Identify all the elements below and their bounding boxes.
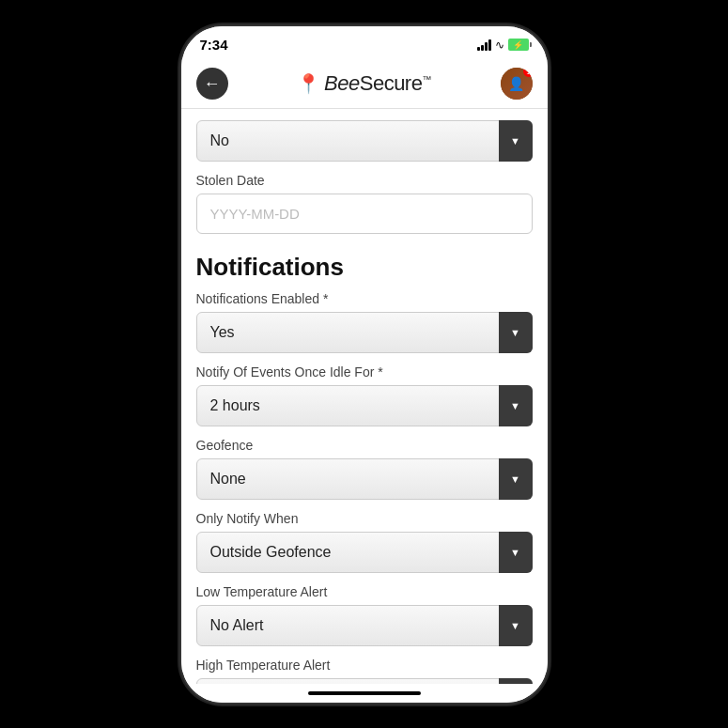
notify-idle-wrapper: 2 hours — [196, 385, 533, 426]
home-bar — [308, 691, 421, 695]
geofence-wrapper: None — [196, 458, 533, 500]
geofence-select[interactable]: None — [196, 458, 533, 500]
only-notify-wrapper: Outside Geofence — [196, 532, 533, 573]
stolen-date-input[interactable] — [196, 194, 533, 234]
app-logo: 📍 BeeSecure™ — [297, 71, 431, 96]
high-temp-select[interactable]: No Alert — [196, 678, 533, 684]
status-icons: ∿ ⚡ — [477, 39, 529, 52]
notify-idle-select[interactable]: 2 hours — [196, 385, 533, 426]
only-notify-label: Only Notify When — [196, 511, 533, 526]
notify-idle-label: Notify Of Events Once Idle For * — [196, 364, 533, 379]
stolen-field-group: No — [196, 120, 533, 162]
back-button[interactable]: ← — [196, 68, 228, 100]
signal-icon — [477, 39, 491, 51]
high-temp-label: High Temperature Alert — [196, 658, 533, 673]
notifications-enabled-wrapper: Yes — [196, 312, 533, 353]
nav-bar: ← 📍 BeeSecure™ 👤 1 — [181, 60, 548, 109]
battery-icon: ⚡ — [508, 39, 529, 51]
profile-avatar[interactable]: 👤 1 — [501, 68, 533, 100]
status-bar: 7:34 ∿ ⚡ — [181, 26, 548, 60]
high-temp-wrapper: No Alert — [196, 678, 533, 684]
home-indicator — [181, 684, 548, 703]
low-temp-select[interactable]: No Alert — [196, 605, 533, 646]
phone-screen: 7:34 ∿ ⚡ ← 📍 B — [181, 26, 548, 703]
notifications-title: Notifications — [196, 253, 533, 282]
low-temp-wrapper: No Alert — [196, 605, 533, 646]
stolen-select-wrapper: No — [196, 120, 533, 162]
status-time: 7:34 — [200, 37, 228, 53]
logo-text: BeeSecure™ — [324, 71, 431, 96]
stolen-date-group: Stolen Date — [196, 173, 533, 245]
low-temp-label: Low Temperature Alert — [196, 584, 533, 599]
logo-pin-icon: 📍 — [297, 72, 320, 95]
notifications-enabled-select[interactable]: Yes — [196, 312, 533, 353]
only-notify-select[interactable]: Outside Geofence — [196, 532, 533, 573]
notifications-enabled-label: Notifications Enabled * — [196, 291, 533, 306]
back-arrow-icon: ← — [204, 75, 221, 92]
geofence-label: Geofence — [196, 438, 533, 453]
content-area: No Stolen Date Notifications Notificatio… — [181, 109, 548, 684]
wifi-icon: ∿ — [495, 39, 504, 52]
notifications-section: Notifications Notifications Enabled * Ye… — [196, 253, 533, 684]
phone-frame: 7:34 ∿ ⚡ ← 📍 B — [181, 26, 548, 703]
stolen-select[interactable]: No — [196, 120, 533, 162]
stolen-date-label: Stolen Date — [196, 173, 533, 188]
